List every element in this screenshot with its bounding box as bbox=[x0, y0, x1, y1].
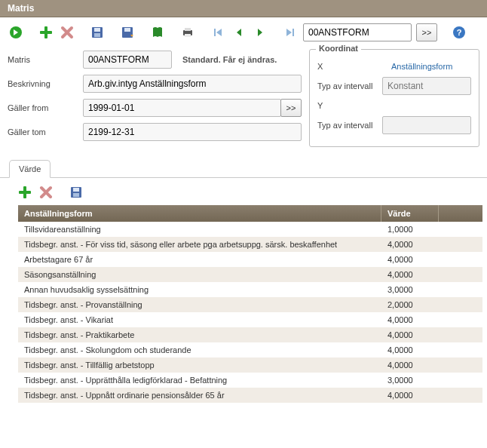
grid-header-col2[interactable]: Värde bbox=[381, 205, 439, 222]
koordinat-box: Koordinat X Anställningsform Typ av inte… bbox=[309, 49, 479, 147]
cell-value: 4,0000 bbox=[381, 267, 439, 282]
grid-header-col3 bbox=[439, 205, 482, 222]
table-row[interactable]: Tidsbegr. anst. - Skolungdom och studera… bbox=[18, 342, 482, 357]
grid-header: Anställningsform Värde bbox=[18, 205, 482, 222]
svg-rect-5 bbox=[94, 33, 100, 37]
next-icon[interactable] bbox=[252, 24, 268, 41]
svg-text:?: ? bbox=[457, 28, 462, 37]
table-row[interactable]: Tidsbegr. anst. - Vikariat4,0000 bbox=[18, 312, 482, 327]
cell-empty bbox=[439, 267, 482, 282]
save-as-icon[interactable] bbox=[119, 24, 136, 41]
label-galler-from: Gäller from bbox=[8, 103, 83, 112]
svg-rect-7 bbox=[124, 28, 130, 32]
svg-rect-11 bbox=[214, 29, 216, 36]
cell-empty bbox=[439, 297, 482, 312]
cell-value: 4,0000 bbox=[381, 327, 439, 342]
reload-icon[interactable] bbox=[8, 24, 24, 41]
cell-value: 4,0000 bbox=[381, 342, 439, 357]
svg-rect-2 bbox=[40, 31, 52, 34]
svg-rect-18 bbox=[73, 188, 79, 192]
label-typ-y: Typ av intervall bbox=[317, 121, 382, 130]
input-typ-y[interactable] bbox=[382, 116, 471, 134]
cell-empty bbox=[439, 357, 482, 373]
main-toolbar: >> ? bbox=[0, 17, 487, 46]
add-icon[interactable] bbox=[38, 24, 54, 41]
input-matris[interactable] bbox=[83, 51, 172, 69]
cell-value: 3,0000 bbox=[381, 282, 439, 297]
cell-name: Tidsbegr. anst. - Uppnått ordinarie pens… bbox=[18, 388, 381, 403]
help-icon[interactable]: ? bbox=[451, 24, 467, 41]
table-row[interactable]: Tidsbegr. anst. - Praktikarbete4,0000 bbox=[18, 327, 482, 342]
table-row[interactable]: Tidsbegr. anst. - Provanställning2,0000 bbox=[18, 297, 482, 312]
svg-rect-19 bbox=[73, 193, 79, 197]
cell-value: 4,0000 bbox=[381, 237, 439, 252]
svg-rect-12 bbox=[293, 29, 294, 36]
input-typ-x[interactable] bbox=[382, 77, 471, 95]
input-galler-tom[interactable] bbox=[83, 123, 302, 141]
standard-text: Standard. Får ej ändras. bbox=[182, 55, 277, 64]
label-y: Y bbox=[317, 101, 391, 110]
cell-empty bbox=[439, 312, 482, 327]
cell-value: 1,0000 bbox=[381, 222, 439, 237]
last-icon[interactable] bbox=[282, 24, 299, 41]
table-row[interactable]: Arbetstagare 67 år4,0000 bbox=[18, 252, 482, 267]
nav-input[interactable] bbox=[303, 23, 412, 41]
table-row[interactable]: Säsongsanställning4,0000 bbox=[18, 267, 482, 282]
table-row[interactable]: Tillsvidareanställning1,0000 bbox=[18, 222, 482, 237]
table-row[interactable]: Tidsbegr. anst. - Uppnått ordinarie pens… bbox=[18, 388, 482, 403]
svg-rect-9 bbox=[185, 28, 191, 31]
go-button[interactable]: >> bbox=[416, 23, 437, 41]
label-typ-x: Typ av intervall bbox=[317, 81, 382, 91]
grid: Anställningsform Värde Tillsvidareanstäl… bbox=[18, 205, 482, 403]
input-beskrivning[interactable] bbox=[83, 75, 302, 93]
form-area: Matris Standard. Får ej ändras. Beskrivn… bbox=[0, 46, 487, 147]
galler-from-go[interactable]: >> bbox=[280, 99, 302, 117]
input-galler-from[interactable] bbox=[83, 99, 281, 117]
tab-varde[interactable]: Värde bbox=[9, 160, 51, 178]
cell-value: 2,0000 bbox=[381, 297, 439, 312]
delete-icon[interactable] bbox=[59, 24, 75, 41]
grid-header-col1[interactable]: Anställningsform bbox=[18, 205, 381, 222]
label-beskrivning: Beskrivning bbox=[8, 79, 83, 88]
cell-value: 4,0000 bbox=[381, 388, 439, 403]
koordinat-legend: Koordinat bbox=[316, 44, 361, 53]
cell-value: 4,0000 bbox=[381, 357, 439, 373]
print-icon[interactable] bbox=[179, 24, 196, 41]
tabbar: Värde bbox=[0, 147, 487, 177]
cell-value: 4,0000 bbox=[381, 252, 439, 267]
cell-empty bbox=[439, 282, 482, 297]
x-link[interactable]: Anställningsform bbox=[391, 62, 452, 71]
svg-rect-10 bbox=[185, 34, 191, 37]
cell-name: Tidsbegr. anst. - Tillfällig arbetstopp bbox=[18, 357, 381, 373]
cell-empty bbox=[439, 388, 482, 403]
cell-name: Annan huvudsaklig sysselsättning bbox=[18, 282, 381, 297]
cell-name: Tidsbegr. anst. - Praktikarbete bbox=[18, 327, 381, 342]
cell-name: Tidsbegr. anst. - Skolungdom och studera… bbox=[18, 342, 381, 357]
book-icon[interactable] bbox=[149, 24, 166, 41]
cell-name: Tillsvidareanställning bbox=[18, 222, 381, 237]
prev-icon[interactable] bbox=[231, 24, 247, 41]
svg-rect-16 bbox=[19, 191, 31, 194]
cell-empty bbox=[439, 342, 482, 357]
cell-name: Säsongsanställning bbox=[18, 267, 381, 282]
label-galler-tom: Gäller tom bbox=[8, 127, 83, 137]
save-icon[interactable] bbox=[89, 24, 106, 41]
table-row[interactable]: Annan huvudsaklig sysselsättning3,0000 bbox=[18, 282, 482, 297]
label-x: X bbox=[317, 62, 391, 71]
window-title: Matris bbox=[0, 0, 487, 17]
grid-save-icon[interactable] bbox=[68, 184, 84, 201]
grid-add-icon[interactable] bbox=[17, 184, 33, 201]
cell-empty bbox=[439, 252, 482, 267]
first-icon[interactable] bbox=[210, 24, 226, 41]
table-row[interactable]: Tidsbegr. anst. - För viss tid, säsong e… bbox=[18, 237, 482, 252]
grid-delete-icon[interactable] bbox=[38, 184, 54, 201]
cell-name: Tidsbegr. anst. - Upprätthålla ledigförk… bbox=[18, 373, 381, 388]
cell-name: Tidsbegr. anst. - Provanställning bbox=[18, 297, 381, 312]
cell-empty bbox=[439, 373, 482, 388]
cell-empty bbox=[439, 237, 482, 252]
table-row[interactable]: Tidsbegr. anst. - Tillfällig arbetstopp4… bbox=[18, 357, 482, 373]
grid-toolbar bbox=[0, 178, 487, 205]
table-row[interactable]: Tidsbegr. anst. - Upprätthålla ledigförk… bbox=[18, 373, 482, 388]
svg-rect-4 bbox=[94, 28, 100, 32]
cell-name: Tidsbegr. anst. - Vikariat bbox=[18, 312, 381, 327]
